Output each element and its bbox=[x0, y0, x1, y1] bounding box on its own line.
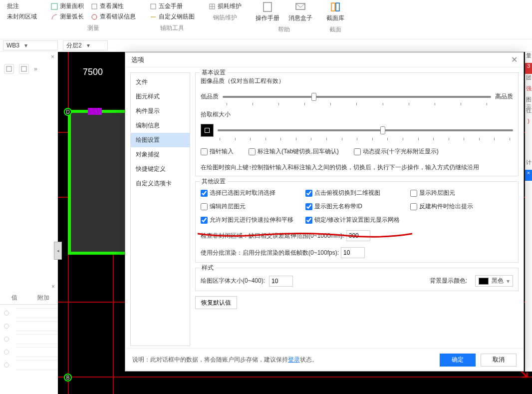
panel-legend-other: 其他设置 bbox=[200, 177, 228, 186]
manual-icon bbox=[262, 1, 273, 13]
more-icon[interactable]: » bbox=[34, 65, 37, 72]
element-purple[interactable] bbox=[88, 108, 102, 115]
chk-show-crossfloor[interactable]: 显示跨层图元 bbox=[410, 189, 513, 197]
value-input-1[interactable] bbox=[16, 308, 58, 318]
selector-row: WB3▾ 分层2▾ bbox=[0, 39, 532, 52]
chk-dynamic-hint[interactable]: 动态提示(十字光标附近显示) bbox=[354, 147, 439, 156]
sidebar-item-compile-info[interactable]: 编制信息 bbox=[131, 118, 190, 133]
arc-icon bbox=[51, 13, 58, 20]
section-icon bbox=[329, 1, 341, 13]
close-icon[interactable]: ✕ bbox=[511, 55, 518, 64]
svg-rect-10 bbox=[336, 3, 339, 11]
quality-slider[interactable] bbox=[223, 96, 491, 98]
ribbon-loss-maintain[interactable]: 损耗维护 bbox=[209, 2, 242, 10]
basic-settings-panel: 基本设置 图像品质（仅对当前工程有效） 低品质 高品质 拾取框大小 bbox=[195, 72, 519, 176]
pickbox-preview bbox=[201, 124, 214, 137]
quality-high-label: 高品质 bbox=[495, 92, 513, 101]
sidebar-item-draw-settings[interactable]: 绘图设置 bbox=[131, 133, 190, 147]
node-d[interactable]: D bbox=[64, 108, 72, 116]
sidebar-item-element-style[interactable]: 图元样式 bbox=[131, 89, 190, 104]
node-b[interactable]: B bbox=[64, 374, 72, 382]
radio-2[interactable] bbox=[4, 324, 9, 329]
ribbon-group-help: 帮助 bbox=[278, 25, 290, 34]
ribbon-annotate[interactable]: 批注 bbox=[7, 2, 37, 10]
close-icon[interactable]: × bbox=[51, 283, 55, 290]
chevron-down-icon: ▾ bbox=[507, 278, 510, 285]
ribbon-msgbox[interactable]: 消息盒子 bbox=[288, 1, 312, 22]
left-panel-bottom: × 值 附加 bbox=[0, 282, 58, 394]
dialog-hint: 说明：此对话框中的数据，将会随账户同步存储，建议保持登录状态。 bbox=[132, 356, 318, 364]
ribbon-custom-rebar[interactable]: 自定义钢筋图 bbox=[150, 12, 195, 21]
font-size-input[interactable] bbox=[269, 276, 293, 287]
ribbon: 批注 未封闭区域 测量面积 测量弧长 查看属性 查看错误信息 测量 五金手册 自… bbox=[0, 0, 532, 39]
panel-legend-style: 样式 bbox=[200, 264, 216, 272]
floor-select[interactable]: 分层2▾ bbox=[63, 40, 108, 50]
login-link[interactable]: 登录 bbox=[288, 356, 300, 363]
value-input-5[interactable] bbox=[16, 360, 58, 370]
chk-fast-stretch[interactable]: 允许对图元进行快速拉伸和平移 bbox=[201, 216, 305, 224]
radio-5[interactable] bbox=[4, 363, 9, 368]
chk-show-id[interactable]: 显示图元名称带ID bbox=[305, 202, 410, 211]
type-select[interactable]: WB3▾ bbox=[3, 40, 58, 50]
chk-edit-crossfloor[interactable]: 编辑跨层图元 bbox=[201, 202, 305, 211]
ribbon-measure-arc[interactable]: 测量弧长 bbox=[51, 12, 84, 21]
dialog-sidebar: 文件 图元样式 构件显示 编制信息 绘图设置 对象捕捉 快捷键定义 自定义选项卡 bbox=[130, 72, 190, 346]
sidebar-item-component-display[interactable]: 构件显示 bbox=[131, 104, 190, 118]
svg-rect-0 bbox=[51, 3, 57, 9]
dimension-label: 7500 bbox=[83, 67, 103, 77]
collapse-handle[interactable]: ◂ bbox=[54, 242, 62, 260]
bg-color-label: 背景显示颜色: bbox=[430, 277, 467, 285]
value-input-3[interactable] bbox=[16, 334, 58, 344]
chk-top-to-2d[interactable]: 点击俯视切换到二维视图 bbox=[305, 189, 410, 197]
cancel-button[interactable]: 取消 bbox=[481, 354, 517, 367]
sidebar-item-object-snap[interactable]: 对象捕捉 bbox=[131, 147, 190, 162]
tool-box-1[interactable] bbox=[4, 64, 14, 74]
tab-additional[interactable]: 附加 bbox=[29, 292, 58, 304]
ribbon-measure-area[interactable]: 测量面积 bbox=[51, 2, 84, 10]
value-input-4[interactable] bbox=[16, 347, 58, 357]
pick-slider[interactable] bbox=[218, 129, 513, 131]
pick-slider-handle[interactable] bbox=[380, 126, 385, 134]
error-icon bbox=[91, 13, 98, 20]
options-dialog: 选项 ✕ 文件 图元样式 构件显示 编制信息 绘图设置 对象捕捉 快捷键定义 自… bbox=[125, 52, 524, 372]
ribbon-view-attr[interactable]: 查看属性 bbox=[91, 2, 136, 10]
other-settings-panel: 其他设置 选择已选图元时取消选择 点击俯视切换到二维视图 显示跨层图元 编辑跨层… bbox=[195, 181, 519, 263]
ribbon-section-lib[interactable]: 截面库 bbox=[326, 1, 344, 22]
chk-pointer-input[interactable]: 指针输入 bbox=[201, 147, 234, 156]
batch-fps-input[interactable] bbox=[341, 247, 365, 258]
radio-3[interactable] bbox=[4, 337, 9, 342]
chk-lock-grid[interactable]: 锁定/修改计算设置图元显示网格 bbox=[305, 216, 513, 224]
font-size-label: 绘图区字体大小(0~400): bbox=[201, 277, 265, 285]
reset-defaults-button[interactable]: 恢复默认值 bbox=[195, 296, 237, 309]
quality-slider-handle[interactable] bbox=[311, 93, 316, 101]
tab-value[interactable]: 值 bbox=[0, 292, 29, 304]
sidebar-item-custom-tab[interactable]: 自定义选项卡 bbox=[131, 176, 190, 191]
basic-note: 在绘图时按向上键↑控制指针输入和标注输入之间的切换，切换后，执行下一步操作，输入… bbox=[201, 163, 513, 172]
unclosed-range-input[interactable] bbox=[346, 230, 370, 241]
sidebar-item-shortcut[interactable]: 快捷键定义 bbox=[131, 162, 190, 176]
panel-legend-basic: 基本设置 bbox=[200, 68, 228, 77]
ribbon-view-error[interactable]: 查看错误信息 bbox=[91, 12, 136, 21]
color-swatch-black bbox=[479, 278, 489, 285]
batch-render-label: 使用分批渲染：启用分批渲染的最低帧数(0~100fps): bbox=[201, 249, 339, 257]
ribbon-unclosed-region[interactable]: 未封闭区域 bbox=[7, 12, 37, 21]
value-input-2[interactable] bbox=[16, 321, 58, 331]
ribbon-group-rebar: 钢筋维护 bbox=[213, 13, 237, 22]
bg-color-select[interactable]: 黑色 ▾ bbox=[475, 275, 513, 287]
grid-icon bbox=[209, 3, 216, 10]
ribbon-group-section: 截面 bbox=[329, 25, 341, 34]
close-icon[interactable]: × bbox=[51, 53, 54, 60]
radio-1[interactable] bbox=[4, 311, 9, 316]
radio-4[interactable] bbox=[4, 350, 9, 355]
chk-anno-input[interactable]: 标注输入(Tab键切换,回车确认) bbox=[249, 147, 339, 156]
sidebar-item-file[interactable]: 文件 bbox=[131, 75, 190, 89]
ribbon-hardware-manual[interactable]: 五金手册 bbox=[150, 2, 195, 10]
tool-box-2[interactable] bbox=[19, 64, 29, 74]
quality-label: 图像品质（仅对当前工程有效） bbox=[201, 77, 513, 85]
svg-point-2 bbox=[92, 14, 97, 19]
ribbon-manual[interactable]: 操作手册 bbox=[256, 1, 279, 22]
chk-deselect[interactable]: 选择已选图元时取消选择 bbox=[201, 189, 305, 197]
svg-rect-1 bbox=[92, 4, 97, 9]
ok-button[interactable]: 确定 bbox=[440, 354, 476, 367]
chk-rebuild-hint[interactable]: 反建构件时给出提示 bbox=[410, 202, 513, 211]
